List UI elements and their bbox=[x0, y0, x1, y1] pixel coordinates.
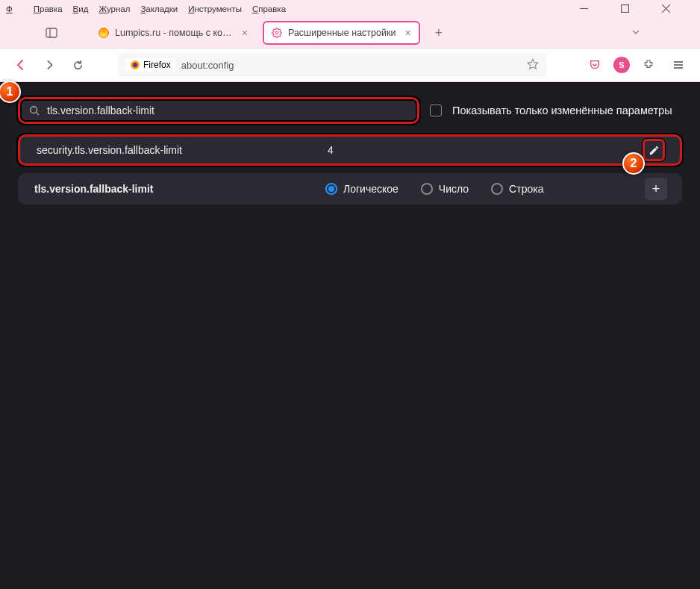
gear-icon bbox=[272, 28, 282, 38]
close-button[interactable] bbox=[662, 4, 670, 14]
search-value: tls.version.fallback-limit bbox=[47, 105, 154, 116]
radio-dot-icon bbox=[325, 183, 337, 195]
new-tab-button[interactable]: + bbox=[428, 25, 451, 41]
radio-dot-icon bbox=[421, 183, 433, 195]
tab-lumpics[interactable]: Lumpics.ru - помощь с компью × bbox=[91, 21, 255, 45]
radio-label: Строка bbox=[509, 183, 543, 195]
close-icon[interactable]: × bbox=[242, 27, 248, 39]
menu-help[interactable]: Справка bbox=[252, 4, 286, 13]
search-row: tls.version.fallback-limit Показывать то… bbox=[18, 97, 682, 124]
tab-label: Расширенные настройки bbox=[288, 28, 396, 38]
lumpics-favicon-icon bbox=[99, 28, 109, 38]
tab-label: Lumpics.ru - помощь с компью bbox=[115, 28, 233, 38]
pref-row-new: tls.version.fallback-limit Логическое Чи… bbox=[18, 173, 682, 205]
firefox-icon bbox=[130, 60, 140, 70]
menu-edit[interactable]: Правка bbox=[34, 4, 63, 13]
plus-icon: + bbox=[652, 181, 660, 197]
url-bar[interactable]: Firefox about:config bbox=[118, 53, 546, 77]
pref-row-result[interactable]: security.tls.version.fallback-limit 4 bbox=[18, 134, 682, 166]
svg-point-13 bbox=[31, 107, 37, 113]
pref-name: security.tls.version.fallback-limit bbox=[37, 144, 328, 156]
new-pref-type-group: Логическое Число Строка bbox=[325, 183, 543, 195]
reload-button[interactable] bbox=[67, 54, 88, 75]
menu-bookmarks[interactable]: Закладки bbox=[140, 4, 178, 13]
forward-button[interactable] bbox=[39, 54, 60, 75]
new-pref-name: tls.version.fallback-limit bbox=[34, 183, 325, 195]
svg-line-14 bbox=[37, 113, 40, 116]
bookmark-star-icon[interactable] bbox=[527, 58, 539, 72]
pocket-button[interactable] bbox=[584, 54, 606, 76]
svg-rect-4 bbox=[46, 28, 57, 37]
account-button[interactable]: S bbox=[613, 57, 630, 73]
radio-string[interactable]: Строка bbox=[491, 183, 543, 195]
svg-marker-9 bbox=[528, 59, 537, 69]
urlbar-prefix: Firefox bbox=[143, 60, 171, 70]
about-config-content: 1 2 tls.version.fallback-limit Показыват… bbox=[0, 82, 700, 589]
svg-point-6 bbox=[275, 31, 278, 34]
tab-about-config[interactable]: Расширенные настройки × bbox=[263, 21, 420, 45]
back-button[interactable] bbox=[10, 54, 31, 75]
show-modified-label: Показывать только изменённые параметры bbox=[452, 105, 672, 116]
firefox-identity-badge: Firefox bbox=[125, 58, 175, 72]
svg-rect-1 bbox=[622, 4, 629, 12]
search-icon bbox=[29, 105, 40, 116]
pencil-icon bbox=[649, 145, 660, 156]
menu-view[interactable]: Вид bbox=[73, 4, 89, 13]
menu-tools[interactable]: Инструменты bbox=[188, 4, 242, 13]
maximize-button[interactable] bbox=[621, 4, 629, 14]
radio-number[interactable]: Число bbox=[421, 183, 469, 195]
tab-strip: Lumpics.ru - помощь с компью × Расширенн… bbox=[0, 18, 700, 48]
edit-pref-button[interactable] bbox=[643, 139, 665, 161]
minimize-button[interactable] bbox=[580, 4, 588, 14]
config-search-input[interactable]: tls.version.fallback-limit bbox=[18, 97, 419, 124]
show-modified-checkbox[interactable] bbox=[430, 105, 442, 116]
list-tabs-button[interactable] bbox=[631, 26, 640, 40]
urlbar-address: about:config bbox=[181, 60, 234, 71]
menu-history[interactable]: Журнал bbox=[99, 4, 130, 13]
svg-point-8 bbox=[133, 63, 137, 67]
annotation-badge-2: 2 bbox=[622, 152, 645, 175]
add-pref-button[interactable]: + bbox=[645, 178, 667, 200]
radio-boolean[interactable]: Логическое bbox=[325, 183, 399, 195]
radio-label: Логическое bbox=[343, 183, 399, 195]
account-badge-label: S bbox=[619, 60, 624, 69]
pref-value: 4 bbox=[328, 144, 334, 156]
sidebar-toggle-icon[interactable] bbox=[42, 23, 61, 43]
menu-file[interactable]: Ф bbox=[6, 4, 23, 13]
navigation-toolbar: Firefox about:config S bbox=[0, 49, 700, 81]
extensions-button[interactable] bbox=[637, 54, 660, 76]
close-icon[interactable]: × bbox=[404, 27, 410, 39]
radio-label: Число bbox=[439, 183, 469, 195]
menubar: Ф Правка Вид Журнал Закладки Инструменты… bbox=[0, 0, 700, 18]
window-controls bbox=[580, 4, 694, 14]
radio-dot-icon bbox=[491, 183, 503, 195]
hamburger-menu-button[interactable] bbox=[667, 54, 690, 76]
